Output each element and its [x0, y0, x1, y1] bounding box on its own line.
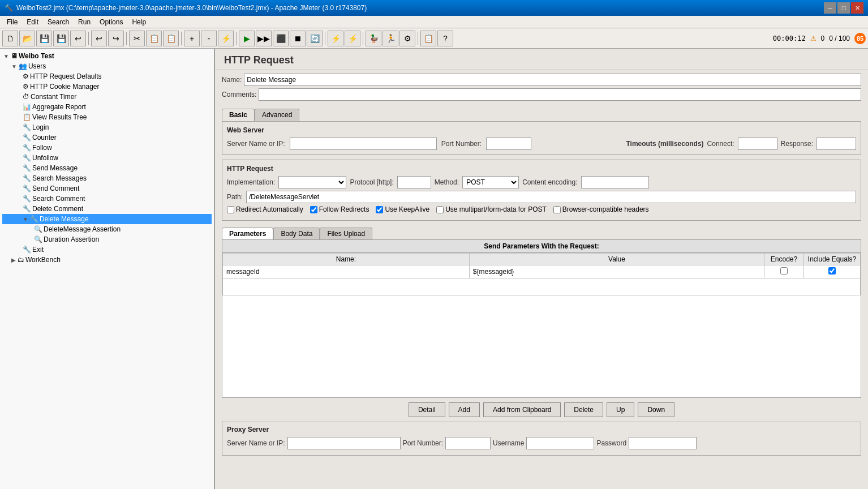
response-input[interactable] [817, 138, 856, 150]
protocol-input[interactable] [397, 176, 431, 188]
start-button[interactable]: ▶ [239, 31, 255, 46]
start-no-pause-button[interactable]: ▶▶ [256, 31, 272, 46]
tree-unfollow[interactable]: 🔧 Unfollow [2, 153, 212, 163]
shutdown-button[interactable]: ⏹ [290, 31, 306, 46]
path-input[interactable] [246, 191, 856, 203]
menu-options[interactable]: Options [95, 17, 127, 27]
tree-results-tree[interactable]: 📋 View Results Tree [2, 112, 212, 122]
new-button[interactable]: 🗋 [2, 31, 18, 46]
remote-config-button[interactable]: ⚙ [399, 31, 415, 46]
include-equals-checkbox[interactable] [828, 267, 836, 274]
stop-button[interactable]: ⬛ [273, 31, 289, 46]
tree-search-messages[interactable]: 🔧 Search Messages [2, 173, 212, 183]
cookie-manager-icon: ⚙ [23, 83, 29, 91]
tree-follow[interactable]: 🔧 Follow [2, 143, 212, 153]
tree-login[interactable]: 🔧 Login [2, 122, 212, 132]
tree-counter[interactable]: 🔧 Counter [2, 132, 212, 143]
proxy-server-input[interactable] [287, 437, 401, 449]
tree-search-comment[interactable]: 🔧 Search Comment [2, 194, 212, 204]
menu-run[interactable]: Run [74, 17, 95, 27]
open-button[interactable]: 📂 [19, 31, 35, 46]
tree-delete-message[interactable]: ▼ 🔧 Delete Message [2, 214, 212, 224]
undo-button[interactable]: ↩ [91, 31, 107, 46]
tree-constant-timer[interactable]: ⏱ Constant Timer [2, 92, 212, 102]
web-server-box: Web Server Server Name or IP: Port Numbe… [222, 121, 861, 155]
remote-stop-button[interactable]: ⚡ [345, 31, 360, 46]
proxy-port-input[interactable] [445, 437, 491, 449]
tree-delete-assertion[interactable]: 🔍 DeleteMessage Assertion [2, 224, 212, 234]
server-name-input[interactable] [290, 138, 437, 150]
minimize-button[interactable]: ─ [824, 2, 836, 14]
tree-aggregate-report[interactable]: 📊 Aggregate Report [2, 102, 212, 112]
proxy-port-label: Port Number: [403, 439, 443, 447]
connect-input[interactable] [738, 138, 777, 150]
sub-tab-body-data[interactable]: Body Data [273, 228, 320, 239]
add-button[interactable]: Add [449, 402, 480, 417]
name-input[interactable] [244, 74, 861, 86]
cut-button[interactable]: ✂ [129, 31, 145, 46]
detail-button[interactable]: Detail [409, 402, 445, 417]
redo-button[interactable]: ↪ [108, 31, 124, 46]
menu-help[interactable]: Help [127, 17, 151, 27]
encoding-input[interactable] [581, 176, 649, 188]
clear-button[interactable]: 🔄 [307, 31, 323, 46]
sub-tab-parameters[interactable]: Parameters [222, 228, 273, 239]
test-runner-button[interactable]: 🏃 [383, 31, 398, 46]
keepalive-checkbox[interactable] [376, 206, 383, 213]
tree-delete-comment[interactable]: 🔧 Delete Comment [2, 204, 212, 214]
follow-redirects-checkbox[interactable] [310, 206, 317, 213]
add-from-clipboard-button[interactable]: Add from Clipboard [483, 402, 561, 417]
tree-duration-assertion[interactable]: 🔍 Duration Assertion [2, 234, 212, 244]
tree-exit[interactable]: 🔧 Exit [2, 244, 212, 255]
maximize-button[interactable]: □ [837, 2, 850, 14]
tree-send-message[interactable]: 🔧 Send Message [2, 163, 212, 173]
tab-advanced[interactable]: Advanced [255, 109, 299, 121]
tree-http-defaults[interactable]: ⚙ HTTP Request Defaults [2, 71, 212, 82]
tree-constant-timer-label: Constant Timer [31, 93, 76, 101]
help-toolbar-button[interactable]: ? [437, 31, 453, 46]
collapse-button[interactable]: - [201, 31, 217, 46]
impl-select[interactable]: HttpClient4 Java [278, 176, 346, 188]
encode-checkbox[interactable] [780, 267, 788, 274]
save-button[interactable]: 💾 [36, 31, 52, 46]
revert-button[interactable]: ↩ [70, 31, 86, 46]
port-input[interactable] [486, 138, 531, 150]
tree-cookie-manager[interactable]: ⚙ HTTP Cookie Manager [2, 82, 212, 92]
remote-start-button[interactable]: ⚡ [328, 31, 343, 46]
menu-search[interactable]: Search [43, 17, 74, 27]
comments-row: Comments: [222, 88, 861, 101]
method-select[interactable]: POST GET PUT DELETE [462, 176, 519, 188]
proxy-password-input[interactable] [629, 437, 697, 449]
tree-workbench[interactable]: ▶ 🗂 WorkBench [2, 255, 212, 265]
title-bar: 🔨 WeiboTest2.jmx (C:\temp\apache-jmeter-… [0, 0, 868, 16]
toggle-button[interactable]: ⚡ [218, 31, 234, 46]
keepalive-label: Use KeepAlive [385, 205, 429, 213]
sub-tab-files-upload[interactable]: Files Upload [320, 228, 372, 239]
tab-basic[interactable]: Basic [222, 109, 255, 121]
paste-button[interactable]: 📋 [163, 31, 179, 46]
tree-root[interactable]: ▼ 🖥 Weibo Test [2, 51, 212, 61]
tree-users[interactable]: ▼ 👥 Users [2, 61, 212, 71]
multipart-checkbox[interactable] [436, 206, 444, 213]
menu-edit[interactable]: Edit [22, 17, 43, 27]
comments-input[interactable] [259, 88, 861, 101]
tree-send-comment[interactable]: 🔧 Send Comment [2, 183, 212, 194]
up-button[interactable]: Up [607, 402, 634, 417]
delete-button[interactable]: Delete [564, 402, 603, 417]
http-request-title: HTTP Request [227, 165, 856, 173]
col-name: Name: [223, 254, 470, 265]
menu-file[interactable]: File [2, 17, 22, 27]
log-button[interactable]: 📋 [420, 31, 436, 46]
down-button[interactable]: Down [638, 402, 674, 417]
redirect-auto-checkbox[interactable] [227, 206, 234, 213]
proxy-username-input[interactable] [526, 437, 594, 449]
save-all-button[interactable]: 💾 [53, 31, 69, 46]
unfollow-icon: 🔧 [23, 154, 31, 162]
close-button[interactable]: ✕ [851, 2, 863, 14]
expand-button[interactable]: + [184, 31, 200, 46]
content-panel: HTTP Request Name: Comments: Basic Advan… [215, 49, 868, 489]
send-comment-icon: 🔧 [23, 185, 31, 192]
browser-compat-checkbox[interactable] [553, 206, 561, 213]
copy-button[interactable]: 📋 [146, 31, 162, 46]
function-helper-button[interactable]: 🦆 [366, 31, 381, 46]
